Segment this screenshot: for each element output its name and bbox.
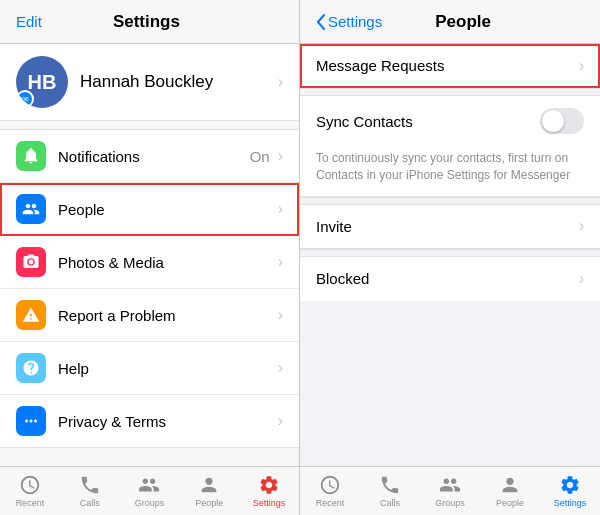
settings-list: Notifications On › People › <box>0 129 299 448</box>
calls-label-right: Calls <box>380 498 400 508</box>
settings-label-right: Settings <box>554 498 587 508</box>
help-item[interactable]: Help › <box>0 342 299 395</box>
screen: Edit Settings Settings People HB <box>0 0 600 515</box>
photos-icon <box>16 247 46 277</box>
divider-1 <box>300 88 600 96</box>
groups-label-left: Groups <box>135 498 165 508</box>
blocked-item[interactable]: Blocked › <box>300 257 600 301</box>
notifications-chevron-icon: › <box>278 147 283 165</box>
menu-icon <box>22 412 40 430</box>
people-item[interactable]: People › <box>0 183 299 236</box>
message-requests-label: Message Requests <box>316 57 579 74</box>
privacy-chevron-icon: › <box>278 412 283 430</box>
photos-label: Photos & Media <box>58 254 278 271</box>
back-chevron-icon <box>316 14 326 30</box>
help-chevron-icon: › <box>278 359 283 377</box>
main-content: HB ✉ Hannah Bouckley › Noti <box>0 44 600 466</box>
divider-3 <box>300 249 600 257</box>
avatar: HB ✉ <box>16 56 68 108</box>
report-icon <box>16 300 46 330</box>
recent-label-left: Recent <box>16 498 45 508</box>
right-tab-section: Recent Calls Groups People <box>300 467 600 515</box>
tab-calls-left[interactable]: Calls <box>60 467 120 515</box>
divider-2 <box>300 197 600 205</box>
help-label: Help <box>58 360 278 377</box>
tab-settings-right[interactable]: Settings <box>540 467 600 515</box>
report-label: Report a Problem <box>58 307 278 324</box>
groups-label-right: Groups <box>435 498 465 508</box>
message-requests-item[interactable]: Message Requests › <box>300 44 600 88</box>
sync-contacts-row[interactable]: Sync Contacts <box>300 96 600 146</box>
people-tab-icon-right <box>499 474 521 496</box>
calls-icon-left <box>79 474 101 496</box>
notifications-item[interactable]: Notifications On › <box>0 130 299 183</box>
tab-groups-left[interactable]: Groups <box>120 467 180 515</box>
people-icon <box>16 194 46 224</box>
toggle-knob <box>542 110 564 132</box>
bell-icon <box>22 147 40 165</box>
help-circle-icon <box>22 359 40 377</box>
calls-label-left: Calls <box>80 498 100 508</box>
settings-icon-right <box>559 474 581 496</box>
groups-icon-left <box>138 474 160 496</box>
people-svg-icon <box>22 200 40 218</box>
sync-contacts-label: Sync Contacts <box>316 113 540 130</box>
invite-item[interactable]: Invite › <box>300 205 600 249</box>
help-icon <box>16 353 46 383</box>
photos-item[interactable]: Photos & Media › <box>0 236 299 289</box>
camera-icon <box>22 253 40 271</box>
tab-people-right[interactable]: People <box>480 467 540 515</box>
tab-recent-right[interactable]: Recent <box>300 467 360 515</box>
privacy-icon <box>16 406 46 436</box>
tab-groups-right[interactable]: Groups <box>420 467 480 515</box>
notifications-value: On <box>250 148 270 165</box>
people-label: People <box>58 201 278 218</box>
invite-label: Invite <box>316 218 579 235</box>
privacy-label: Privacy & Terms <box>58 413 278 430</box>
recent-icon-left <box>19 474 41 496</box>
profile-name: Hannah Bouckley <box>80 72 278 92</box>
people-label-right: People <box>496 498 524 508</box>
left-nav-title: Settings <box>113 12 180 32</box>
notifications-label: Notifications <box>58 148 250 165</box>
sync-description: To continuously sync your contacts, firs… <box>300 146 600 197</box>
tab-people-left[interactable]: People <box>179 467 239 515</box>
tab-calls-right[interactable]: Calls <box>360 467 420 515</box>
right-panel-nav: Settings People <box>300 0 600 43</box>
photos-chevron-icon: › <box>278 253 283 271</box>
people-label-left: People <box>195 498 223 508</box>
right-panel: Message Requests › Sync Contacts To cont… <box>300 44 600 466</box>
left-tab-section: Recent Calls Groups People <box>0 467 300 515</box>
profile-chevron-icon: › <box>278 73 283 91</box>
back-label: Settings <box>328 13 382 30</box>
privacy-item[interactable]: Privacy & Terms › <box>0 395 299 447</box>
top-nav: Edit Settings Settings People <box>0 0 600 44</box>
left-panel: HB ✉ Hannah Bouckley › Noti <box>0 44 300 466</box>
left-panel-nav: Edit Settings <box>0 0 300 43</box>
edit-button[interactable]: Edit <box>16 13 42 30</box>
messenger-badge: ✉ <box>16 90 34 108</box>
recent-label-right: Recent <box>316 498 345 508</box>
blocked-chevron-icon: › <box>579 270 584 288</box>
people-chevron-icon: › <box>278 200 283 218</box>
settings-label-left: Settings <box>253 498 286 508</box>
sync-toggle[interactable] <box>540 108 584 134</box>
groups-icon-right <box>439 474 461 496</box>
profile-row[interactable]: HB ✉ Hannah Bouckley › <box>0 44 299 121</box>
recent-icon-right <box>319 474 341 496</box>
warning-icon <box>22 306 40 324</box>
invite-chevron-icon: › <box>579 217 584 235</box>
tab-bar: Recent Calls Groups People <box>0 466 600 515</box>
notifications-icon <box>16 141 46 171</box>
back-button[interactable]: Settings <box>316 13 382 30</box>
calls-icon-right <box>379 474 401 496</box>
message-requests-chevron-icon: › <box>579 57 584 75</box>
messenger-icon: ✉ <box>22 95 29 104</box>
report-chevron-icon: › <box>278 306 283 324</box>
blocked-label: Blocked <box>316 270 579 287</box>
report-item[interactable]: Report a Problem › <box>0 289 299 342</box>
tab-recent-left[interactable]: Recent <box>0 467 60 515</box>
tab-settings-left[interactable]: Settings <box>239 467 299 515</box>
right-nav-title: People <box>435 12 491 32</box>
avatar-initials: HB <box>28 71 57 94</box>
